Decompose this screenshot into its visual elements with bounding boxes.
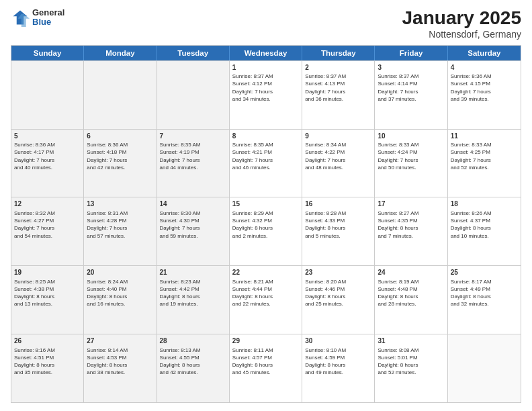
cell-info: Sunrise: 8:24 AM Sunset: 4:40 PM Dayligh… xyxy=(87,278,153,308)
weekday-header: Friday xyxy=(375,46,447,60)
calendar-cell xyxy=(448,334,521,402)
calendar-cell: 13Sunrise: 8:31 AM Sunset: 4:28 PM Dayli… xyxy=(84,197,157,265)
logo-blue-label: Blue xyxy=(32,17,64,27)
calendar-cell: 26Sunrise: 8:16 AM Sunset: 4:51 PM Dayli… xyxy=(11,334,84,402)
calendar-cell xyxy=(157,61,230,129)
page: General Blue January 2025 Nottensdorf, G… xyxy=(0,0,532,411)
calendar-cell: 17Sunrise: 8:27 AM Sunset: 4:35 PM Dayli… xyxy=(375,197,447,265)
cell-info: Sunrise: 8:23 AM Sunset: 4:42 PM Dayligh… xyxy=(160,278,226,308)
cell-info: Sunrise: 8:20 AM Sunset: 4:46 PM Dayligh… xyxy=(305,278,371,308)
cell-info: Sunrise: 8:25 AM Sunset: 4:38 PM Dayligh… xyxy=(14,278,81,308)
cell-info: Sunrise: 8:13 AM Sunset: 4:55 PM Dayligh… xyxy=(160,347,226,377)
cell-info: Sunrise: 8:37 AM Sunset: 4:14 PM Dayligh… xyxy=(378,73,444,103)
cell-info: Sunrise: 8:19 AM Sunset: 4:48 PM Dayligh… xyxy=(378,278,444,308)
day-number: 25 xyxy=(451,268,518,277)
day-number: 23 xyxy=(305,268,371,277)
cell-info: Sunrise: 8:28 AM Sunset: 4:33 PM Dayligh… xyxy=(305,210,371,240)
day-number: 15 xyxy=(232,199,299,209)
day-number: 10 xyxy=(378,132,444,141)
cell-info: Sunrise: 8:11 AM Sunset: 4:57 PM Dayligh… xyxy=(232,347,299,377)
calendar-row: 19Sunrise: 8:25 AM Sunset: 4:38 PM Dayli… xyxy=(11,265,521,334)
calendar-title: January 2025 xyxy=(402,8,521,29)
weekday-header: Thursday xyxy=(302,46,375,60)
day-number: 28 xyxy=(160,336,226,346)
calendar-cell: 9Sunrise: 8:34 AM Sunset: 4:22 PM Daylig… xyxy=(302,130,375,197)
day-number: 26 xyxy=(14,336,81,346)
calendar-cell: 1Sunrise: 8:37 AM Sunset: 4:12 PM Daylig… xyxy=(230,61,302,129)
calendar-cell xyxy=(11,61,84,129)
weekday-header: Sunday xyxy=(11,46,84,60)
logo-icon xyxy=(11,8,30,27)
calendar-row: 1Sunrise: 8:37 AM Sunset: 4:12 PM Daylig… xyxy=(11,60,521,129)
cell-info: Sunrise: 8:10 AM Sunset: 4:59 PM Dayligh… xyxy=(305,347,371,377)
day-number: 1 xyxy=(232,63,299,73)
day-number: 14 xyxy=(160,199,226,209)
calendar-cell: 11Sunrise: 8:33 AM Sunset: 4:25 PM Dayli… xyxy=(448,130,521,197)
day-number: 8 xyxy=(232,132,299,141)
cell-info: Sunrise: 8:36 AM Sunset: 4:15 PM Dayligh… xyxy=(451,73,518,103)
day-number: 7 xyxy=(160,132,226,141)
logo-text: General Blue xyxy=(32,8,64,28)
day-number: 30 xyxy=(305,336,371,346)
calendar-cell: 18Sunrise: 8:26 AM Sunset: 4:37 PM Dayli… xyxy=(448,197,521,265)
day-number: 6 xyxy=(87,132,153,141)
day-number: 5 xyxy=(14,132,81,141)
cell-info: Sunrise: 8:37 AM Sunset: 4:12 PM Dayligh… xyxy=(232,73,299,103)
calendar-cell: 7Sunrise: 8:35 AM Sunset: 4:19 PM Daylig… xyxy=(157,130,230,197)
cell-info: Sunrise: 8:33 AM Sunset: 4:24 PM Dayligh… xyxy=(378,141,444,171)
calendar-cell: 25Sunrise: 8:17 AM Sunset: 4:49 PM Dayli… xyxy=(448,266,521,334)
day-number: 22 xyxy=(232,268,299,277)
calendar-row: 12Sunrise: 8:32 AM Sunset: 4:27 PM Dayli… xyxy=(11,197,521,265)
day-number: 20 xyxy=(87,268,153,277)
cell-info: Sunrise: 8:33 AM Sunset: 4:25 PM Dayligh… xyxy=(451,141,518,171)
day-number: 12 xyxy=(14,199,81,209)
calendar-cell xyxy=(84,61,157,129)
calendar-row: 5Sunrise: 8:36 AM Sunset: 4:17 PM Daylig… xyxy=(11,129,521,197)
calendar-cell: 27Sunrise: 8:14 AM Sunset: 4:53 PM Dayli… xyxy=(84,334,157,402)
calendar-cell: 6Sunrise: 8:36 AM Sunset: 4:18 PM Daylig… xyxy=(84,130,157,197)
cell-info: Sunrise: 8:16 AM Sunset: 4:51 PM Dayligh… xyxy=(14,347,81,377)
day-number: 21 xyxy=(160,268,226,277)
cell-info: Sunrise: 8:29 AM Sunset: 4:32 PM Dayligh… xyxy=(232,210,299,240)
calendar-cell: 28Sunrise: 8:13 AM Sunset: 4:55 PM Dayli… xyxy=(157,334,230,402)
calendar-cell: 3Sunrise: 8:37 AM Sunset: 4:14 PM Daylig… xyxy=(375,61,447,129)
calendar-cell: 2Sunrise: 8:37 AM Sunset: 4:13 PM Daylig… xyxy=(302,61,375,129)
calendar-cell: 31Sunrise: 8:08 AM Sunset: 5:01 PM Dayli… xyxy=(375,334,447,402)
calendar-cell: 4Sunrise: 8:36 AM Sunset: 4:15 PM Daylig… xyxy=(448,61,521,129)
cell-info: Sunrise: 8:27 AM Sunset: 4:35 PM Dayligh… xyxy=(378,210,444,240)
logo: General Blue xyxy=(11,8,64,28)
cell-info: Sunrise: 8:31 AM Sunset: 4:28 PM Dayligh… xyxy=(87,210,153,240)
day-number: 29 xyxy=(232,336,299,346)
header: General Blue January 2025 Nottensdorf, G… xyxy=(11,8,521,40)
calendar-cell: 14Sunrise: 8:30 AM Sunset: 4:30 PM Dayli… xyxy=(157,197,230,265)
calendar-cell: 8Sunrise: 8:35 AM Sunset: 4:21 PM Daylig… xyxy=(230,130,302,197)
calendar-cell: 12Sunrise: 8:32 AM Sunset: 4:27 PM Dayli… xyxy=(11,197,84,265)
calendar-cell: 24Sunrise: 8:19 AM Sunset: 4:48 PM Dayli… xyxy=(375,266,447,334)
cell-info: Sunrise: 8:21 AM Sunset: 4:44 PM Dayligh… xyxy=(232,278,299,308)
day-number: 18 xyxy=(451,199,518,209)
weekday-header: Wednesday xyxy=(230,46,302,60)
cell-info: Sunrise: 8:35 AM Sunset: 4:19 PM Dayligh… xyxy=(160,141,226,171)
title-block: January 2025 Nottensdorf, Germany xyxy=(402,8,521,40)
calendar-cell: 15Sunrise: 8:29 AM Sunset: 4:32 PM Dayli… xyxy=(230,197,302,265)
day-number: 2 xyxy=(305,63,371,73)
day-number: 13 xyxy=(87,199,153,209)
day-number: 24 xyxy=(378,268,444,277)
day-number: 31 xyxy=(378,336,444,346)
calendar-cell: 5Sunrise: 8:36 AM Sunset: 4:17 PM Daylig… xyxy=(11,130,84,197)
day-number: 27 xyxy=(87,336,153,346)
calendar-body: 1Sunrise: 8:37 AM Sunset: 4:12 PM Daylig… xyxy=(11,60,521,402)
cell-info: Sunrise: 8:26 AM Sunset: 4:37 PM Dayligh… xyxy=(451,210,518,240)
day-number: 17 xyxy=(378,199,444,209)
logo-general-label: General xyxy=(32,8,64,17)
calendar-cell: 23Sunrise: 8:20 AM Sunset: 4:46 PM Dayli… xyxy=(302,266,375,334)
calendar-cell: 30Sunrise: 8:10 AM Sunset: 4:59 PM Dayli… xyxy=(302,334,375,402)
day-number: 16 xyxy=(305,199,371,209)
calendar: SundayMondayTuesdayWednesdayThursdayFrid… xyxy=(11,45,521,403)
calendar-cell: 19Sunrise: 8:25 AM Sunset: 4:38 PM Dayli… xyxy=(11,266,84,334)
weekday-header: Saturday xyxy=(448,46,521,60)
day-number: 19 xyxy=(14,268,81,277)
cell-info: Sunrise: 8:36 AM Sunset: 4:17 PM Dayligh… xyxy=(14,141,81,171)
cell-info: Sunrise: 8:36 AM Sunset: 4:18 PM Dayligh… xyxy=(87,141,153,171)
cell-info: Sunrise: 8:08 AM Sunset: 5:01 PM Dayligh… xyxy=(378,347,444,377)
